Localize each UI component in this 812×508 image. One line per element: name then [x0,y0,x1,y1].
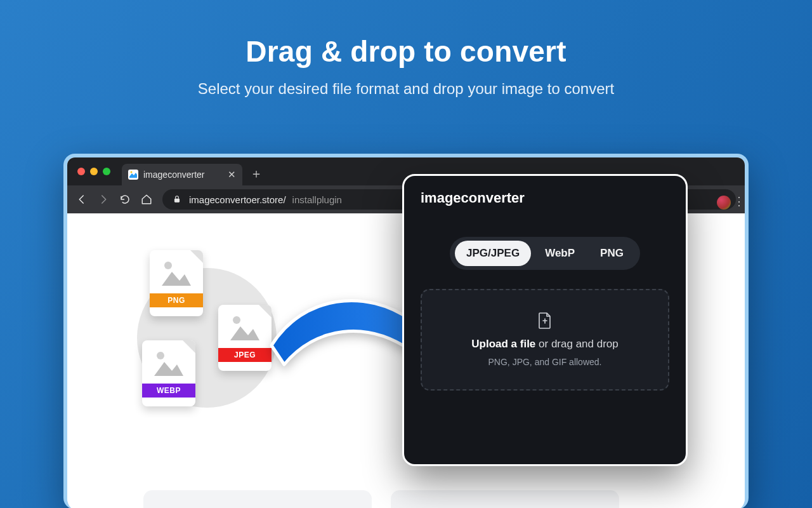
format-option-jpg[interactable]: JPG/JPEG [455,241,531,266]
url-host: imageconvertoer.store/ [189,194,286,205]
image-icon [218,314,272,343]
profile-avatar[interactable] [717,196,731,210]
dropzone-primary-text: Upload a file or drag and drop [471,338,619,351]
content-placeholder [391,490,619,508]
maximize-window-icon[interactable] [103,168,110,175]
svg-point-1 [131,171,133,173]
file-upload-icon [538,312,552,331]
new-tab-button[interactable]: ＋ [250,165,263,182]
dropzone-secondary-text: PNG, JPG, and GIF allowed. [488,357,602,367]
upload-dropzone[interactable]: Upload a file or drag and drop PNG, JPG,… [421,289,669,391]
file-badge: WEBP [142,384,195,398]
format-segmented-control: JPG/JPEG WebP PNG [450,237,640,270]
svg-point-4 [233,316,240,324]
file-card-jpeg[interactable]: JPEG [218,305,272,371]
browser-tab[interactable]: imageconverter ✕ [122,164,242,185]
tab-title: imageconverter [143,170,205,180]
back-icon[interactable] [76,194,88,205]
extension-popup: imageconverter JPG/JPEG WebP PNG Upload … [402,174,688,466]
format-option-png[interactable]: PNG [589,241,635,266]
hero-subtitle: Select your desired file format and drop… [198,80,614,98]
image-icon [142,349,195,378]
favicon-icon [128,170,138,180]
lock-icon [171,194,183,205]
home-icon[interactable] [141,194,152,205]
popup-title: imageconverter [421,190,669,206]
reload-icon[interactable] [119,194,131,205]
file-badge: PNG [150,293,203,307]
content-placeholder [143,490,372,508]
close-window-icon[interactable] [77,168,85,175]
close-tab-icon[interactable]: ✕ [228,169,236,180]
window-controls [77,168,110,175]
minimize-window-icon[interactable] [90,168,98,175]
hero-title: Drag & drop to convert [246,34,566,69]
format-option-webp[interactable]: WebP [534,241,586,266]
kebab-menu-icon[interactable]: ⋮ [733,194,745,208]
forward-icon[interactable] [98,194,109,205]
file-badge: JPEG [218,348,272,362]
svg-point-5 [157,352,164,359]
url-path: installplugin [292,194,342,205]
image-icon [150,259,203,288]
file-card-png[interactable]: PNG [150,250,203,316]
svg-rect-2 [174,199,180,203]
svg-point-3 [164,262,172,269]
file-card-webp[interactable]: WEBP [142,340,195,406]
